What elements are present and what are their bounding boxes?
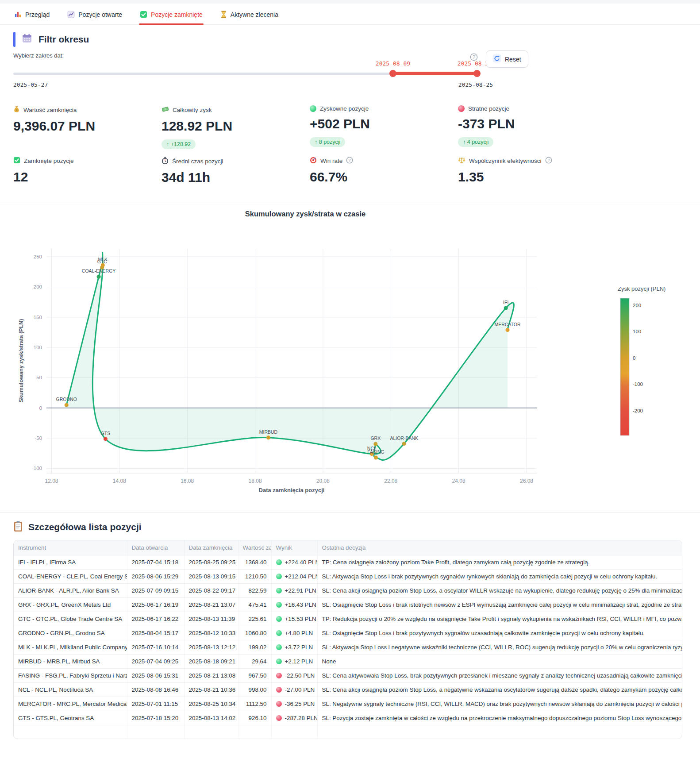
tab-przeglad[interactable]: Przegląd [13,9,50,24]
table-cell: SL: Aktywacja Stop Loss i negatywne wska… [317,640,682,655]
data-point-MIRBUD[interactable] [266,435,270,439]
date-slider-handle-start[interactable] [389,70,396,77]
data-point-FASING[interactable] [374,455,378,459]
y-tick-label: -50 [35,435,42,441]
y-tick-label: 150 [34,315,42,320]
point-label: FASING [367,449,385,455]
table-cell: 2025-07-16 10:14 [127,640,184,655]
chart-series: GRODNOCOAL-ENERGYGTCMLKGTSMIRBUDNCLGRXFA… [46,253,537,460]
result-cell: +3.72 PLN [271,640,317,655]
table-row: MIRBUD - MRB.PL, Mirbud SA2025-07-04 09:… [14,655,682,669]
table-row: IFI - IFI.PL, IFirma SA2025-07-04 15:182… [14,555,682,570]
col-instrument: Instrument [14,540,127,555]
stats-grid: $ Wartość zamknięcia 9,396.07 PLN Całkow… [13,105,687,191]
stat-sredni-czas: Średni czas pozycji 34d 11h [162,157,310,191]
stat-label: Zamknięte pozycje [24,158,74,164]
point-label: ALIOR-BANK [390,435,418,441]
green-ball-icon [276,659,282,664]
table-cell: ALIOR-BANK - ALR.PL, Alior Bank SA [14,584,127,598]
colorbar-tick-label: 200 [633,303,641,308]
stat-label: Całkowity zysk [173,107,212,113]
hourglass-icon [220,11,227,18]
table-cell: None [317,655,682,669]
table-cell: 822.59 [238,584,271,598]
tab-label: Pozycje zamknięte [151,11,203,18]
stat-label: Zyskowne pozycje [320,105,369,112]
data-point-GRX[interactable] [373,442,377,446]
tab-aktywne-zlecenia[interactable]: Aktywne zlecenia [219,9,279,24]
point-label: MIRBUD [259,429,278,435]
table-row: FASING - FSG.PL, Fabryki Sprzetu i Narze… [14,669,682,683]
green-ball-icon [310,105,316,112]
table-cell: SL: Osiągnięcie Stop Loss i brak istotny… [317,598,682,612]
table-cell: 225.61 [238,612,271,626]
red-ball-icon [276,715,282,721]
stat-value: 34d 11h [162,170,310,185]
table-spacer-row [14,725,682,739]
positions-table-container[interactable]: Instrument Data otwarcia Data zamknięcia… [13,540,682,739]
green-ball-icon [276,630,282,636]
data-point-GTS[interactable] [104,437,108,441]
chart-colorbar: Zysk pozycji (PLN) 2001000-100-200 [618,285,665,435]
result-cell: +22.91 PLN [271,584,317,598]
table-row: MLK - MLK.PL, Milkiland Public Company20… [14,640,682,655]
table-cell: 29.64 [238,655,271,669]
help-icon[interactable]: ? [545,157,552,165]
stat-badge: ↑ 4 pozycji [458,137,493,147]
table-cell: SL: Aktywacja Stop Loss i brak pozytywny… [317,570,682,584]
stat-label: Średni czas pozycji [172,158,223,165]
point-label: GRX [370,435,381,441]
stat-label: Współczynnik efektywności [469,158,542,164]
stat-calkowity-zysk: Całkowity zysk 128.92 PLN ↑ +128.92 [162,105,310,157]
cumulative-pnl-chart[interactable]: Skumulowany zysk/strata w czasie GRODNOC… [0,203,700,501]
table-cell: GRX - GRX.PL, GreenX Metals Ltd [14,598,127,612]
point-label: GRODNO [56,397,77,402]
red-ball-icon [276,687,282,693]
filter-section-header: Filtr okresu [13,32,687,47]
red-ball-icon [276,673,282,678]
date-slider-selected-range[interactable] [393,72,477,75]
data-point-MLK[interactable] [101,263,105,267]
table-cell: MLK - MLK.PL, Milkiland Public Company [14,640,127,655]
stat-value: 1.35 [458,169,606,185]
result-cell: -27.00 PLN [271,683,317,697]
table-row: GTS - GTS.PL, Geotrans SA2025-07-18 15:2… [14,711,682,725]
table-cell: MERCATOR - MRC.PL, Mercator Medical SA [14,697,127,711]
table-cell: SL: Osiągnięcie Stop Loss i brak pozytyw… [317,626,682,640]
table-cell: 2025-07-18 15:20 [127,711,184,725]
table-cell: 998.00 [238,683,271,697]
data-point-MERCATOR[interactable] [506,328,510,332]
table-cell: SL: Cena akcji osiągnęła poziom Stop Los… [317,683,682,697]
data-point-IFI[interactable] [504,306,508,310]
data-point-COAL-ENERGY[interactable] [97,275,101,279]
help-icon[interactable]: ? [470,53,478,63]
table-cell: TP: Cena osiągnęła założony poziom Take … [317,555,682,570]
green-ball-icon [276,644,282,650]
data-point-GRODNO[interactable] [65,403,69,407]
colorbar-tick-label: 0 [633,355,635,361]
tab-pozycje-otwarte[interactable]: Pozycje otwarte [66,9,123,24]
clipboard-icon [13,520,23,534]
result-cell: +15.53 PLN [271,612,317,626]
help-icon[interactable]: ? [346,157,353,165]
table-row: NCL - NCL.PL, Noctiluca SA2025-08-08 16:… [14,683,682,697]
table-cell: 926.10 [238,711,271,725]
tab-pozycje-zamkniete[interactable]: Pozycje zamknięte [139,9,204,24]
green-ball-icon [276,574,282,579]
table-cell: 1368.40 [238,555,271,570]
data-point-ALIOR-BANK[interactable] [402,442,406,446]
green-ball-icon [276,588,282,593]
colorbar-tick-label: -100 [633,381,643,387]
table-cell: 2025-08-04 15:17 [127,626,184,640]
table-row: GTC - GTC.PL, Globe Trade Centre SA2025-… [14,612,682,626]
svg-text:?: ? [473,54,475,60]
table-cell: 1112.50 [238,697,271,711]
point-label: MLK [98,257,108,262]
table-cell: SL: Pozycja zostaje zamknięta w całości … [317,711,682,725]
reset-button[interactable]: Reset [486,50,528,68]
svg-text:?: ? [547,158,550,162]
table-row: GRODNO - GRN.PL, Grodno SA2025-08-04 15:… [14,626,682,640]
stat-value: 128.92 PLN [162,119,310,134]
date-slider-handle-end[interactable] [473,70,481,77]
x-tick-label: 22.08 [384,478,397,484]
